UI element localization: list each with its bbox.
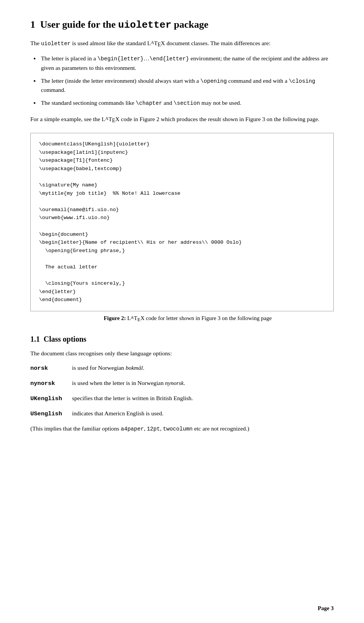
option-norsk-label: norsk — [30, 365, 72, 372]
list-item-sectioning: The standard sectioning commands like \c… — [30, 98, 334, 107]
figure2-box: \documentclass[UKenglish]{uioletter} \us… — [30, 133, 334, 311]
option-norsk: norsk is used for Norwegian bokmål. — [30, 363, 334, 372]
section1-heading: 1 User guide for the uioletter package — [30, 18, 334, 32]
option-ukenglish-desc: specifies that the letter is written in … — [72, 394, 334, 403]
twocolumn-code: twocolumn — [163, 426, 193, 432]
option-usenglish-label: USenglish — [30, 410, 72, 417]
nynorsk-text: nynorsk — [165, 380, 184, 386]
option-nynorsk-label: nynorsk — [30, 380, 72, 387]
12pt-code: 12pt — [147, 426, 160, 432]
opening-code: \opening — [201, 78, 227, 84]
end-letter-code: \end{letter} — [149, 56, 189, 62]
closing-code: \closing — [289, 78, 315, 84]
word-as: as — [55, 65, 60, 71]
option-norsk-desc: is used for Norwegian bokmål. — [72, 363, 334, 372]
list-item-opening-closing: The letter (inside the letter environmen… — [30, 76, 334, 95]
begin-letter-code: \begin{letter} — [97, 56, 144, 62]
list-item-letter-env: The letter is placed in a \begin{letter}… — [30, 54, 334, 72]
option-usenglish-desc: indicates that Americn English is used. — [72, 409, 334, 418]
figure-intro-para: For a simple example, see the LATEX code… — [30, 115, 334, 125]
a4paper-code: a4paper — [121, 426, 144, 432]
figure2-caption-label: Figure 2: — [104, 315, 126, 321]
section11-heading: 1.1 Class options — [30, 335, 334, 344]
option-ukenglish-label: UKenglish — [30, 395, 72, 402]
section11-intro: The document class recognises only these… — [30, 349, 334, 358]
figure2-caption: Figure 2: LATEX code for letter shown in… — [30, 315, 334, 323]
uioletter-inline: uioletter — [41, 41, 71, 47]
intro-paragraph: The uioletter is used almost like the st… — [30, 39, 334, 49]
option-nynorsk-desc: is used when the letter is in Norwegian … — [72, 379, 334, 388]
option-usenglish: USenglish indicates that Americn English… — [30, 409, 334, 418]
option-ukenglish: UKenglish specifies that the letter is w… — [30, 394, 334, 403]
differences-list: The letter is placed in a \begin{letter}… — [30, 54, 334, 107]
page-number: Page 3 — [318, 605, 334, 612]
page: 1 User guide for the uioletter package T… — [0, 0, 364, 623]
option-nynorsk: nynorsk is used when the letter is in No… — [30, 379, 334, 388]
section-code: \section — [174, 100, 200, 106]
chapter-code: \chapter — [136, 100, 162, 106]
last-paragraph: (This implies that the familiar options … — [30, 424, 334, 433]
package-name: uioletter — [118, 19, 171, 31]
figure2-code: \documentclass[UKenglish]{uioletter} \us… — [39, 140, 325, 304]
bokmål-text: bokmål — [126, 364, 143, 371]
